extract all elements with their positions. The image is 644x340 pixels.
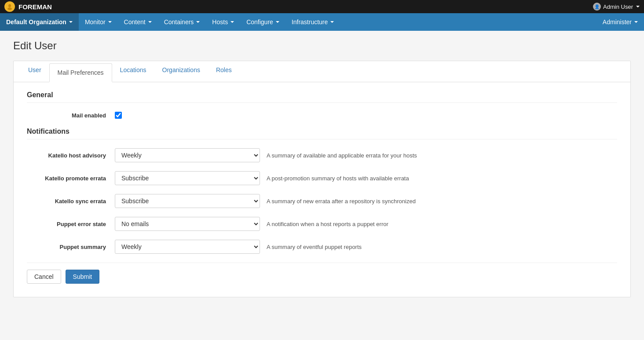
katello-sync-errata-label: Katello sync errata: [27, 198, 115, 205]
puppet-error-state-select[interactable]: No emails Daily Weekly Subscribe: [115, 217, 260, 231]
katello-promote-errata-control: No emails Daily Weekly Subscribe A post-…: [115, 171, 409, 185]
nav-administer-caret-icon: [634, 21, 638, 23]
brand: FOREMAN: [4, 1, 52, 12]
puppet-summary-control: No emails Daily Weekly Subscribe A summa…: [115, 240, 362, 254]
nav-infrastructure-label: Infrastructure: [292, 18, 328, 26]
nav-hosts[interactable]: Hosts: [206, 13, 240, 31]
puppet-summary-description: A summary of eventful puppet reports: [267, 244, 362, 250]
nav-configure-caret-icon: [276, 21, 279, 23]
general-section: General Mail enabled: [27, 91, 617, 119]
top-bar: FOREMAN 👤 Admin User: [0, 0, 644, 13]
nav-monitor[interactable]: Monitor: [79, 13, 118, 31]
nav-content-caret-icon: [148, 21, 152, 23]
action-buttons: Cancel Submit: [27, 263, 617, 284]
mail-enabled-group: Mail enabled: [27, 112, 617, 119]
foreman-logo: [4, 1, 15, 12]
nav-configure[interactable]: Configure: [240, 13, 285, 31]
katello-host-advisory-label: Katello host advisory: [27, 152, 115, 159]
katello-host-advisory-control: No emails Daily Weekly Subscribe A summa…: [115, 148, 417, 162]
org-selector[interactable]: Default Organization: [0, 13, 79, 31]
brand-name: FOREMAN: [18, 3, 52, 11]
tab-roles[interactable]: Roles: [208, 61, 240, 82]
nav-containers[interactable]: Containers: [158, 13, 206, 31]
org-label: Default Organization: [6, 18, 66, 26]
puppet-error-state-description: A notification when a host reports a pup…: [267, 221, 388, 227]
user-menu-caret-icon: [636, 6, 640, 7]
mail-enabled-control: [115, 112, 122, 119]
page-content: Edit User User Mail Preferences Location…: [0, 31, 644, 306]
notifications-section: Notifications Katello host advisory No e…: [27, 128, 617, 254]
nav-content-label: Content: [124, 18, 146, 26]
puppet-summary-group: Puppet summary No emails Daily Weekly Su…: [27, 240, 617, 254]
puppet-error-state-group: Puppet error state No emails Daily Weekl…: [27, 217, 617, 231]
katello-promote-errata-group: Katello promote errata No emails Daily W…: [27, 171, 617, 185]
tab-mail-preferences[interactable]: Mail Preferences: [49, 63, 112, 82]
nav-hosts-label: Hosts: [212, 18, 228, 26]
nav-bar: Default Organization Monitor Content Con…: [0, 13, 644, 31]
tabs: User Mail Preferences Locations Organiza…: [14, 61, 630, 82]
nav-content[interactable]: Content: [118, 13, 158, 31]
katello-host-advisory-select[interactable]: No emails Daily Weekly Subscribe: [115, 148, 260, 162]
puppet-error-state-control: No emails Daily Weekly Subscribe A notif…: [115, 217, 388, 231]
katello-host-advisory-description: A summary of available and applicable er…: [267, 152, 417, 159]
puppet-summary-label: Puppet summary: [27, 244, 115, 250]
mail-enabled-checkbox[interactable]: [115, 112, 122, 119]
general-heading: General: [27, 91, 617, 103]
katello-sync-errata-description: A summary of new errata after a reposito…: [267, 198, 416, 205]
user-label: Admin User: [603, 4, 633, 10]
nav-infrastructure-caret-icon: [330, 21, 334, 23]
nav-monitor-label: Monitor: [85, 18, 106, 26]
nav-infrastructure[interactable]: Infrastructure: [285, 13, 340, 31]
puppet-error-state-label: Puppet error state: [27, 221, 115, 227]
user-avatar-icon: 👤: [593, 3, 601, 11]
katello-promote-errata-description: A post-promotion summary of hosts with a…: [267, 175, 409, 182]
notifications-heading: Notifications: [27, 128, 617, 139]
submit-button[interactable]: Submit: [66, 270, 100, 284]
nav-monitor-caret-icon: [108, 21, 112, 23]
katello-promote-errata-select[interactable]: No emails Daily Weekly Subscribe: [115, 171, 260, 185]
katello-sync-errata-control: No emails Daily Weekly Subscribe A summa…: [115, 194, 416, 208]
katello-sync-errata-select[interactable]: No emails Daily Weekly Subscribe: [115, 194, 260, 208]
nav-containers-caret-icon: [196, 21, 200, 23]
katello-sync-errata-group: Katello sync errata No emails Daily Week…: [27, 194, 617, 208]
cancel-button[interactable]: Cancel: [27, 270, 61, 284]
tab-locations[interactable]: Locations: [112, 61, 154, 82]
katello-promote-errata-label: Katello promote errata: [27, 175, 115, 182]
user-menu[interactable]: 👤 Admin User: [593, 3, 640, 11]
edit-user-card: User Mail Preferences Locations Organiza…: [13, 61, 631, 297]
nav-administer[interactable]: Administer: [596, 13, 644, 31]
org-caret-icon: [69, 21, 73, 23]
nav-containers-label: Containers: [164, 18, 194, 26]
katello-host-advisory-group: Katello host advisory No emails Daily We…: [27, 148, 617, 162]
page-title: Edit User: [13, 40, 631, 52]
mail-preferences-content: General Mail enabled Notifications Katel…: [14, 82, 630, 297]
nav-hosts-caret-icon: [231, 21, 234, 23]
nav-administer-label: Administer: [603, 18, 632, 26]
puppet-summary-select[interactable]: No emails Daily Weekly Subscribe: [115, 240, 260, 254]
svg-point-2: [7, 7, 12, 10]
tab-organizations[interactable]: Organizations: [154, 61, 208, 82]
tab-user[interactable]: User: [20, 61, 49, 82]
svg-point-1: [8, 4, 11, 7]
nav-configure-label: Configure: [246, 18, 273, 26]
mail-enabled-label: Mail enabled: [27, 112, 115, 119]
